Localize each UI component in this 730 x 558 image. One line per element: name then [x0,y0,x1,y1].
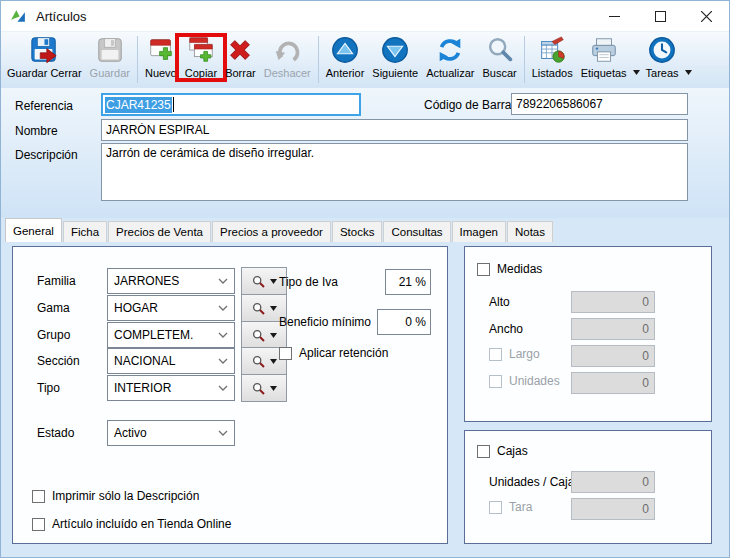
chevron-down-icon [270,306,277,311]
imprimir-solo-checkbox[interactable] [32,490,45,503]
grupo-value: COMPLETEM. [114,328,193,342]
undo-icon [272,35,302,65]
save-close-icon [29,35,59,65]
tasks-icon [647,35,677,65]
tab-consultas[interactable]: Consultas [383,221,450,242]
referencia-label: Referencia [15,99,73,113]
search-icon [252,355,265,368]
etiquetas-dropdown-arrow[interactable] [631,61,642,79]
tab-precios-de-venta[interactable]: Precios de Venta [108,221,211,242]
tipo-iva-input[interactable] [385,269,431,295]
grupo-select[interactable]: COMPLETEM. [107,322,235,348]
unidades-checkbox-row: Unidades [489,374,560,388]
siguiente-button[interactable]: Siguiente [368,35,422,80]
anterior-button[interactable]: Anterior [322,35,369,80]
chevron-down-icon [270,386,277,391]
aplicar-retencion-label: Aplicar retención [299,346,388,360]
deshacer-button: Deshacer [260,35,315,80]
maximize-button[interactable] [637,1,683,31]
close-icon [701,11,712,22]
medidas-panel: Medidas Alto Ancho Largo Unidades [464,246,712,422]
grupo-label: Grupo [37,322,70,348]
close-button[interactable] [683,1,729,31]
nombre-label: Nombre [15,124,58,138]
guardar-cerrar-button[interactable]: Guardar Cerrar [3,35,86,80]
search-icon [252,275,265,288]
tab-strip: General Ficha Precios de Venta Precios a… [5,218,554,242]
title-bar: Artículos [1,1,729,31]
toolbar-separator [524,36,525,83]
medidas-checkbox-row: Medidas [477,262,542,276]
refresh-icon [435,35,465,65]
cajas-title: Cajas [497,444,528,458]
medidas-checkbox[interactable] [477,263,490,276]
tab-general[interactable]: General [5,218,62,242]
tipo-iva-label: Tipo de Iva [279,269,338,295]
tareas-button[interactable]: Tareas [642,35,683,80]
tab-ficha[interactable]: Ficha [63,221,107,242]
codigo-barras-label: Código de Barras [424,98,517,112]
tienda-online-checkbox[interactable] [32,518,45,531]
buscar-button[interactable]: Buscar [478,35,520,80]
aplicar-retencion-checkbox[interactable] [279,347,292,360]
referencia-input[interactable]: CJAR41235 [101,93,361,116]
nombre-input[interactable] [101,119,688,141]
general-tab-content: Familia JARRONES Gama HOGAR Grupo COMPLE… [1,242,729,557]
tipo-select[interactable]: INTERIOR [107,375,235,401]
nuevo-button[interactable]: Nuevo [141,35,181,80]
descripcion-label: Descripción [15,148,78,162]
previous-icon [330,35,360,65]
save-icon [95,35,125,65]
descripcion-input[interactable] [101,143,688,201]
largo-input [571,345,655,367]
button-label: Listados [532,67,573,80]
copiar-button[interactable]: Copiar [181,35,221,80]
button-label: Guardar [90,67,130,80]
cajas-checkbox[interactable] [477,445,490,458]
etiquetas-button[interactable]: Etiquetas [577,35,631,80]
new-icon [146,35,176,65]
estado-select[interactable]: Activo [107,420,235,446]
largo-label: Largo [509,347,540,361]
search-icon [252,382,265,395]
chevron-down-icon [270,279,277,284]
articulos-window: Artículos Guardar Cerrar [0,0,730,558]
chevron-down-icon [218,430,228,436]
tipo-search-button[interactable] [241,374,287,402]
tab-imagen[interactable]: Imagen [452,221,506,242]
tareas-dropdown-arrow[interactable] [683,61,694,79]
minimize-button[interactable] [591,1,637,31]
familia-value: JARRONES [114,274,179,288]
toolbar: Guardar Cerrar Guardar Nuevo [1,31,729,88]
gama-label: Gama [37,295,70,321]
guardar-button: Guardar [86,35,134,80]
borrar-button[interactable]: Borrar [221,35,260,80]
tab-precios-a-proveedor[interactable]: Precios a proveedor [212,221,331,242]
toolbar-separator [137,36,138,83]
button-label: Nuevo [145,67,177,80]
chevron-down-icon [218,332,228,338]
imprimir-solo-label: Imprimir sólo la Descripción [52,489,199,503]
actualizar-button[interactable]: Actualizar [422,35,478,80]
tara-input [571,498,655,520]
codigo-barras-input[interactable] [511,93,688,115]
aplicar-retencion-checkbox-row: Aplicar retención [279,346,388,360]
tab-stocks[interactable]: Stocks [332,221,383,242]
tienda-online-checkbox-row: Artículo incluído en Tienda Online [32,517,231,531]
largo-checkbox [489,348,502,361]
seccion-select[interactable]: NACIONAL [107,348,235,374]
delete-icon [225,35,255,65]
ancho-label: Ancho [489,318,523,340]
seccion-value: NACIONAL [114,354,175,368]
chevron-down-icon [633,70,640,75]
search-icon [252,329,265,342]
button-label: Borrar [225,67,256,80]
familia-label: Familia [37,268,76,294]
beneficio-minimo-input[interactable] [377,309,431,335]
familia-select[interactable]: JARRONES [107,268,235,294]
header-form: Referencia CJAR41235 Código de Barras No… [1,88,729,218]
tab-notas[interactable]: Notas [507,221,553,242]
listados-button[interactable]: Listados [528,35,577,80]
gama-select[interactable]: HOGAR [107,295,235,321]
tipo-label: Tipo [37,375,60,401]
